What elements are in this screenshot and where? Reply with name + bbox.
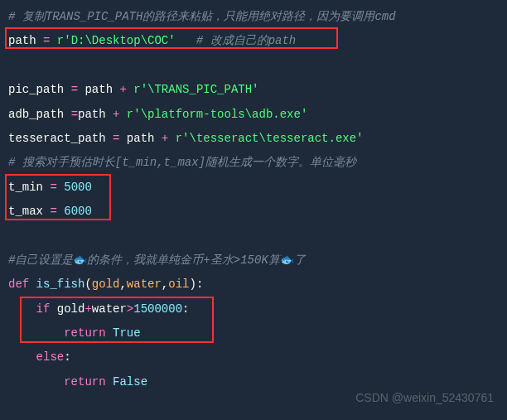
op: + bbox=[162, 132, 176, 145]
code-line: t_max = 6000 bbox=[8, 200, 499, 224]
var: t_max bbox=[8, 205, 50, 218]
param: gold bbox=[92, 278, 120, 291]
param: water bbox=[127, 278, 162, 291]
var: tesseract_path bbox=[8, 132, 113, 145]
watermark-text: CSDN @weixin_52430761 bbox=[355, 386, 494, 410]
code-line-return: return True bbox=[8, 321, 499, 345]
op: = bbox=[50, 205, 64, 218]
code-line-def: def is_fish(gold,water,oil): bbox=[8, 273, 499, 297]
var: path bbox=[78, 108, 113, 121]
code-line: pic_path = path + r'\TRANS_PIC_PATH' bbox=[8, 78, 499, 102]
string: r'\tesseract\tesseract.exe' bbox=[176, 132, 364, 145]
op: + bbox=[113, 108, 127, 121]
code-line-comment: #自己设置是🐟的条件，我就单纯金币+圣水>150K算🐟了 bbox=[8, 249, 499, 273]
code-line-comment: # 搜索对手预估时长[t_min,t_max]随机生成一个数字。单位毫秒 bbox=[8, 151, 499, 175]
op: = bbox=[50, 181, 64, 194]
param: oil bbox=[168, 278, 189, 291]
paren: ( bbox=[84, 278, 91, 291]
fish-icon: 🐟 bbox=[73, 253, 87, 267]
bool: False bbox=[113, 375, 147, 389]
var: pic_path bbox=[8, 83, 71, 96]
paren: ): bbox=[189, 278, 203, 291]
comment: #自己设置是🐟的条件，我就单纯金币+圣水>150K算🐟了 bbox=[8, 253, 306, 267]
code-line-comment: # 复制TRANS_PIC_PATH的路径来粘贴，只能用绝对路径，因为要调用cm… bbox=[8, 5, 499, 29]
code-line: t_min = 5000 bbox=[8, 176, 499, 200]
fish-icon: 🐟 bbox=[280, 253, 294, 267]
function-name: is_fish bbox=[36, 278, 85, 291]
number: 6000 bbox=[64, 205, 92, 218]
var: path bbox=[84, 83, 119, 96]
op: > bbox=[127, 302, 133, 316]
number: 5000 bbox=[64, 181, 92, 194]
code-line-path: path = r'D:\Desktop\COC' # 改成自己的path bbox=[8, 29, 499, 53]
op: = bbox=[71, 83, 85, 96]
keyword: return bbox=[8, 326, 113, 340]
comment-part: #自己设置是 bbox=[8, 253, 73, 267]
string: r'\TRANS_PIC_PATH' bbox=[133, 83, 258, 96]
comma: , bbox=[162, 278, 168, 291]
colon: : bbox=[64, 350, 70, 364]
var: path bbox=[127, 132, 162, 145]
var: adb_path bbox=[8, 108, 71, 121]
var: gold bbox=[57, 302, 85, 316]
comma: , bbox=[119, 278, 126, 291]
op: = bbox=[113, 132, 127, 145]
code-line: tesseract_path = path + r'\tesseract\tes… bbox=[8, 127, 499, 151]
keyword: def bbox=[8, 278, 36, 291]
comment-text: # 复制TRANS_PIC_PATH的路径来粘贴，只能用绝对路径，因为要调用cm… bbox=[8, 10, 396, 23]
code-line: adb_path =path + r'\platform-tools\adb.e… bbox=[8, 103, 499, 127]
var: t_min bbox=[8, 181, 50, 194]
comment: # 改成自己的path bbox=[176, 34, 297, 47]
comment-part: 的条件，我就单纯金币+圣水>150K算 bbox=[87, 253, 279, 267]
code-line-else: else: bbox=[8, 345, 499, 369]
keyword: return bbox=[8, 375, 113, 389]
op: = bbox=[43, 34, 57, 47]
string: r'D:\Desktop\COC' bbox=[57, 34, 176, 47]
number: 1500000 bbox=[133, 302, 182, 316]
blank-line bbox=[8, 54, 499, 78]
comment-part: 了 bbox=[294, 253, 306, 267]
op: + bbox=[84, 302, 91, 316]
colon: : bbox=[182, 302, 189, 316]
bool: True bbox=[113, 326, 141, 340]
code-line-if: if gold+water>1500000: bbox=[8, 297, 499, 321]
op: + bbox=[119, 83, 133, 96]
comment: # 搜索对手预估时长[t_min,t_max]随机生成一个数字。单位毫秒 bbox=[8, 156, 356, 169]
blank-line bbox=[8, 224, 499, 249]
var: water bbox=[92, 302, 127, 316]
var: path bbox=[8, 34, 43, 47]
keyword: if bbox=[8, 302, 57, 316]
op: = bbox=[71, 108, 78, 121]
keyword: else bbox=[8, 350, 64, 364]
string: r'\platform-tools\adb.exe' bbox=[127, 108, 307, 121]
